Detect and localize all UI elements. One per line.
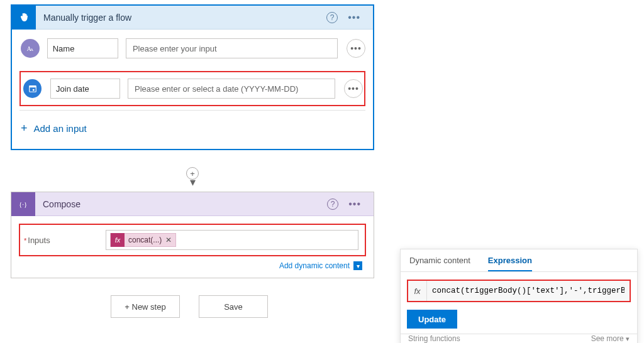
param-joindate-label[interactable]: Join date [50,79,120,99]
compose-header: {·} Compose ? ••• [11,192,374,216]
param-joindate-input[interactable] [128,79,335,99]
compose-menu-button[interactable]: ••• [345,198,365,210]
compose-icon: {·} [11,192,35,216]
add-dynamic-content-row: Add dynamic content ▾ [11,259,374,278]
add-input-button[interactable]: + Add an input [12,111,96,149]
compose-title: Compose [35,199,327,209]
param-name-input[interactable] [126,38,338,58]
save-button[interactable]: Save [199,295,268,318]
expression-input[interactable] [427,286,630,295]
add-input-label: Add an input [34,123,87,134]
trigger-card: Manually trigger a flow ? ••• AA Name ••… [11,4,374,150]
help-icon[interactable]: ? [326,12,338,23]
update-button[interactable]: Update [407,310,457,329]
remove-token-icon[interactable]: ✕ [165,236,172,244]
inputs-section-highlight: Inputs fx concat(...) ✕ [19,224,366,256]
expression-input-highlight: fx [407,280,631,302]
add-dynamic-content-link[interactable]: Add dynamic content [279,261,350,270]
plus-icon: + [21,122,28,135]
param-name-label[interactable]: Name [47,38,118,58]
svg-text:{·}: {·} [19,200,27,208]
svg-text:A: A [30,47,33,52]
fx-label-icon: fx [408,281,427,301]
string-functions-title: String functions [408,334,460,343]
tab-dynamic-content[interactable]: Dynamic content [409,256,470,271]
svg-rect-3 [29,86,36,88]
param-row-menu-button[interactable]: ••• [347,39,365,58]
expand-toggle-icon[interactable]: ▾ [353,261,362,270]
expression-token[interactable]: fx concat(...) ✕ [110,233,176,247]
fx-badge-icon: fx [111,233,125,247]
help-icon[interactable]: ? [327,199,338,210]
see-more-link[interactable]: See more ▾ [591,334,630,343]
svg-rect-4 [33,89,35,91]
chevron-down-icon: ▾ [626,335,630,342]
connector: + ▾ [186,167,199,191]
arrow-down-icon: ▾ [190,179,196,185]
date-input-icon [23,79,42,98]
inputs-label: Inputs [24,236,106,245]
string-functions-section[interactable]: String functions See more ▾ [401,334,637,343]
inputs-field[interactable]: fx concat(...) ✕ [106,230,358,250]
param-row-name: AA Name ••• [12,30,373,67]
tab-expression[interactable]: Expression [488,256,532,271]
manual-trigger-icon [12,6,36,30]
expression-tabs: Dynamic content Expression [401,249,637,272]
trigger-title: Manually trigger a flow [36,13,326,23]
compose-card: {·} Compose ? ••• Inputs fx concat(...) … [11,192,374,278]
step-buttons: + New step Save [111,295,268,318]
trigger-menu-button[interactable]: ••• [344,11,364,24]
param-row-joindate-highlight: Join date ••• [19,71,365,106]
expression-panel: Dynamic content Expression fx Update Str… [400,249,638,343]
text-input-icon: AA [21,39,40,58]
trigger-header: Manually trigger a flow ? ••• [12,6,373,30]
new-step-button[interactable]: + New step [111,295,180,318]
param-row-menu-button[interactable]: ••• [344,79,363,98]
token-text: concat(...) [128,236,162,244]
update-row: Update [401,307,637,334]
